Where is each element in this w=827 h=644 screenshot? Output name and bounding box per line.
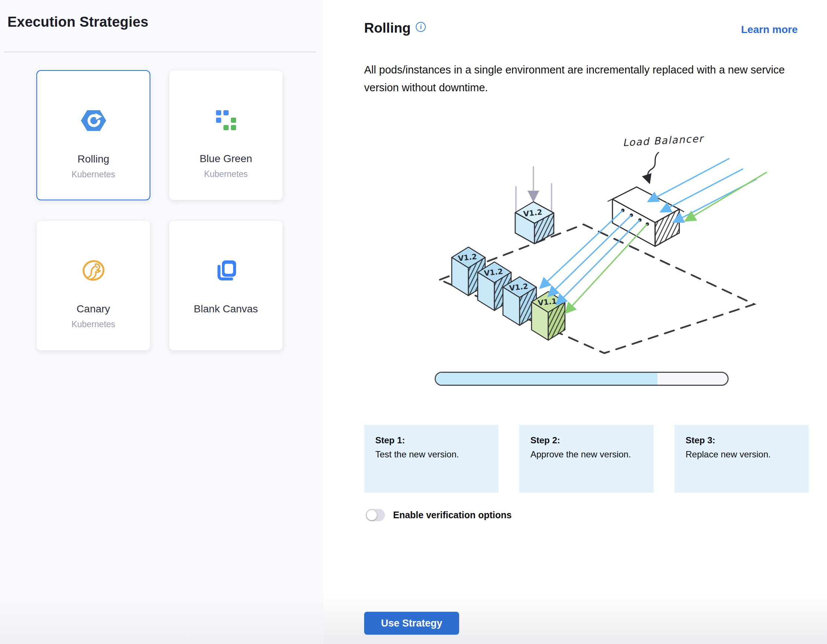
verification-toggle[interactable] [366,509,385,521]
strategy-detail-panel: Rolling i Learn more All pods/instances … [323,0,827,644]
step-text: Replace new version. [686,449,798,460]
card-subtitle: Kubernetes [72,170,115,180]
label-pointer-arrow [648,152,659,181]
execution-strategies-panel: Execution Strategies Rolling Kubernetes [0,0,323,644]
load-balancer-label: Load Balancer [623,133,705,148]
learn-more-link[interactable]: Learn more [741,24,798,36]
divider [4,51,316,52]
rolling-update-icon [80,106,107,135]
card-title: Blue Green [200,153,253,165]
step-text: Test the new version. [375,449,487,460]
rolling-strategy-illustration: V1.2 V1.2 V1.2 V1.2 [420,131,768,359]
step-card-2: Step 2: Approve the new version. [519,425,654,493]
step-text: Approve the new version. [531,449,643,460]
step-title: Step 3: [686,435,798,445]
load-balancer-box [608,187,684,246]
progress-fill [436,373,657,385]
verification-toggle-row: Enable verification options [366,509,512,521]
page-title: Execution Strategies [8,14,148,30]
card-subtitle: Kubernetes [204,169,248,179]
strategy-card-blank-canvas[interactable]: Blank Canvas [169,220,283,350]
card-title: Canary [76,303,110,315]
step-title: Step 2: [531,435,643,445]
strategy-description: All pods/instances in a single environme… [364,61,804,96]
strategy-title: Rolling [364,20,410,36]
info-icon[interactable]: i [416,22,426,32]
strategy-heading-row: Rolling i [364,20,426,36]
card-title: Rolling [78,153,109,165]
toggle-knob [367,510,377,521]
strategy-card-canary[interactable]: Canary Kubernetes [36,220,150,350]
blue-green-squares-icon [216,106,236,134]
blank-canvas-icon [215,256,237,285]
canary-bird-icon [81,256,106,285]
progress-bar [435,372,729,386]
step-card-1: Step 1: Test the new version. [364,425,498,493]
step-card-3: Step 3: Replace new version. [674,425,809,493]
strategy-card-blue-green[interactable]: Blue Green Kubernetes [169,70,283,200]
step-title: Step 1: [375,435,487,445]
use-strategy-button[interactable]: Use Strategy [364,612,459,635]
verification-toggle-label: Enable verification options [393,510,512,521]
card-subtitle: Kubernetes [72,319,115,330]
card-title: Blank Canvas [194,303,258,315]
strategy-card-rolling[interactable]: Rolling Kubernetes [36,70,150,200]
